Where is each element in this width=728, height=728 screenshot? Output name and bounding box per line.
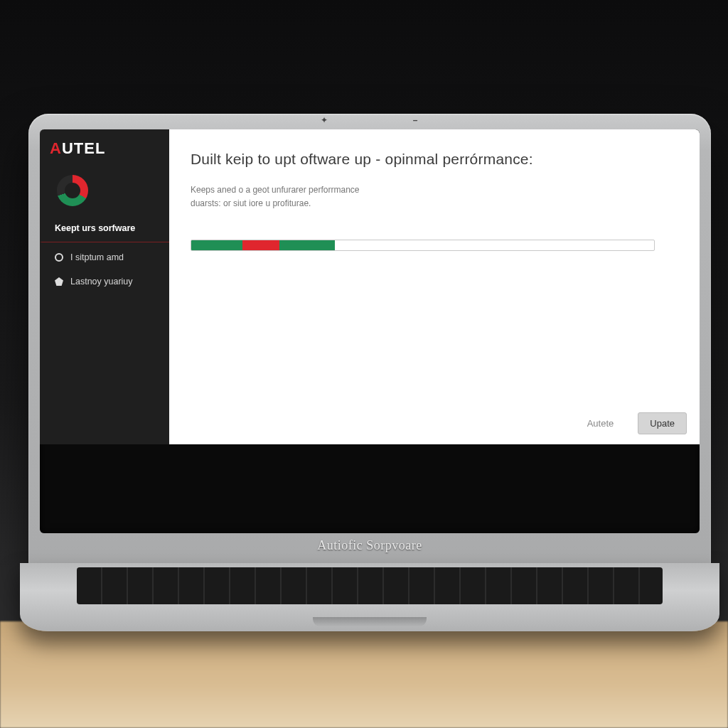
- auto-button[interactable]: Autete: [576, 413, 626, 434]
- progress-segment-red: [242, 240, 279, 250]
- progress-segment-green: [279, 240, 335, 250]
- brand-logo: AUTEL: [40, 135, 169, 171]
- app-window: AUTEL Keept urs sorfware I sitptum amd: [40, 129, 700, 444]
- brand-accent-letter: A: [50, 139, 62, 157]
- page-headline: Duilt keip to upt oftware up - opinmal p…: [191, 151, 674, 168]
- sidebar-item-software[interactable]: Keept urs sorfware: [40, 216, 169, 242]
- main-content: Duilt keip to upt oftware up - opinmal p…: [169, 129, 700, 444]
- update-button[interactable]: Upate: [638, 412, 687, 434]
- progress-segment-green: [191, 240, 242, 250]
- dash-icon: –: [413, 115, 419, 125]
- trackpad-notch: [313, 617, 427, 627]
- sidebar: AUTEL Keept urs sorfware I sitptum amd: [40, 129, 169, 444]
- desk-surface: [0, 621, 728, 728]
- laptop-screen: AUTEL Keept urs sorfware I sitptum amd: [40, 129, 700, 533]
- donut-chart-icon: [57, 175, 88, 206]
- arrow-left-icon: ✦: [321, 115, 328, 125]
- sidebar-item-label: Lastnoy yuariuy: [70, 277, 133, 287]
- progress-bar: [191, 240, 655, 251]
- laptop-bezel: ✦ – AUTEL Keept urs sorfware: [28, 114, 711, 576]
- circle-icon: [55, 253, 63, 262]
- pin-icon: [55, 277, 63, 286]
- laptop-frame: ✦ – AUTEL Keept urs sorfware: [28, 114, 711, 576]
- status-donut-wrap: [40, 171, 169, 216]
- bezel-top-marks: ✦ –: [28, 115, 711, 125]
- hinge-brand-text: Autiofic Sorpvoare: [28, 538, 711, 553]
- brand-rest: UTEL: [62, 139, 105, 157]
- sidebar-item-history[interactable]: Lastnoy yuariuy: [40, 269, 169, 294]
- keyboard-keys: [77, 567, 663, 604]
- sidebar-item-label: Keept urs sorfware: [55, 223, 135, 233]
- sidebar-item-system[interactable]: I sitptum amd: [40, 245, 169, 269]
- footer-buttons: Autete Upate: [576, 412, 687, 434]
- sidebar-item-label: I sitptum amd: [70, 252, 124, 262]
- page-subtext: Keeps aned o a geot unfurarer perforrman…: [191, 183, 496, 210]
- subtext-line: duarsts: or siut iore u profiturae.: [191, 198, 311, 208]
- subtext-line: Keeps aned o a geot unfurarer perforrman…: [191, 185, 359, 195]
- keyboard-deck: [20, 563, 719, 631]
